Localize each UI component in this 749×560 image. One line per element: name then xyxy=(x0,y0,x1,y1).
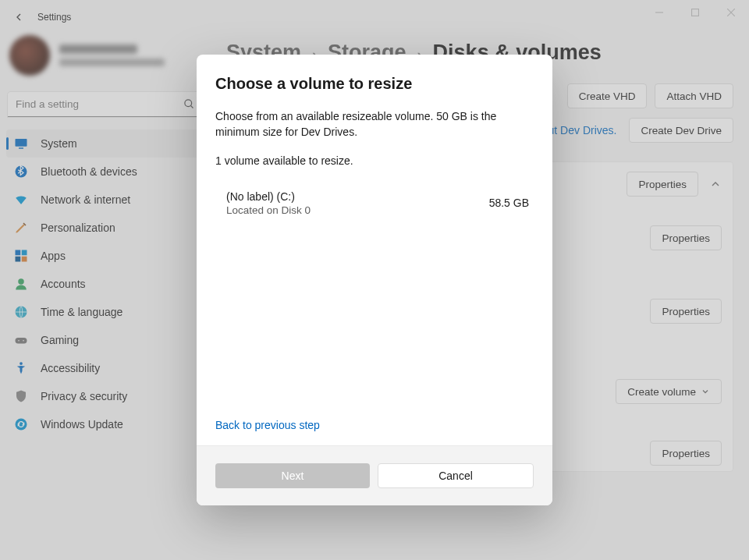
volume-option-size: 58.5 GB xyxy=(489,197,529,209)
cancel-button[interactable]: Cancel xyxy=(378,463,534,488)
volume-option[interactable]: (No label) (C:) Located on Disk 0 58.5 G… xyxy=(215,186,534,221)
dialog-description: Choose from an available resizeable volu… xyxy=(215,108,534,140)
next-button[interactable]: Next xyxy=(215,463,370,488)
volume-option-label: (No label) (C:) xyxy=(226,190,311,203)
dialog-title: Choose a volume to resize xyxy=(215,75,534,93)
back-to-previous-link[interactable]: Back to previous step xyxy=(215,419,534,431)
volume-option-location: Located on Disk 0 xyxy=(226,204,311,216)
resize-volume-dialog: Choose a volume to resize Choose from an… xyxy=(197,55,552,505)
modal-overlay: Choose a volume to resize Choose from an… xyxy=(0,0,749,560)
dialog-status: 1 volume available to resize. xyxy=(215,154,534,167)
dialog-footer: Next Cancel xyxy=(197,445,552,505)
